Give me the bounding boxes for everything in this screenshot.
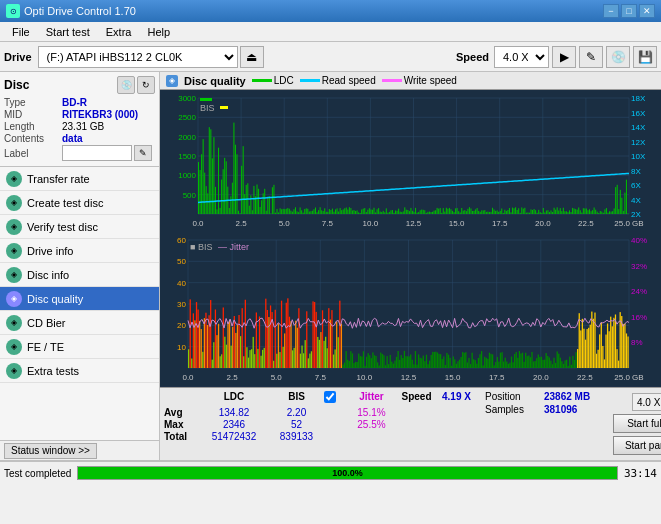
stats-speed-header: Speed xyxy=(399,391,434,405)
extra-tests-label: Extra tests xyxy=(27,365,79,377)
position-row: Position 23862 MB xyxy=(485,391,605,402)
drive-toolbar: Drive (F:) ATAPI iHBS112 2 CL0K ⏏ Speed … xyxy=(0,42,661,72)
disc-section-label: Disc xyxy=(4,78,29,92)
jitter-max-space xyxy=(324,419,344,430)
disc-type-row: Type BD-R xyxy=(4,97,155,108)
disc-panel-header: Disc 💿 ↻ xyxy=(4,76,155,94)
disc-contents-key: Contents xyxy=(4,133,62,144)
menu-help[interactable]: Help xyxy=(139,24,178,40)
disc-info-table: Type BD-R MID RITEKBR3 (000) Length 23.3… xyxy=(4,97,155,161)
disc-info-icon: ◈ xyxy=(6,267,22,283)
title-bar-controls: − □ ✕ xyxy=(603,4,655,18)
stats-jitter-header: Jitter xyxy=(344,391,399,405)
legend-ldc-label: LDC xyxy=(274,75,294,86)
progress-bar: 100.0% xyxy=(77,466,618,480)
menu-extra[interactable]: Extra xyxy=(98,24,140,40)
speed-label: Speed xyxy=(456,51,489,63)
legend-read-speed-color xyxy=(300,79,320,82)
sidebar-item-drive-info[interactable]: ◈ Drive info xyxy=(0,239,159,263)
disc-label-input[interactable] xyxy=(62,145,132,161)
legend-read-speed-label: Read speed xyxy=(322,75,376,86)
sidebar-item-verify-test-disc[interactable]: ◈ Verify test disc xyxy=(0,215,159,239)
test-completed-label: Test completed xyxy=(4,468,71,479)
disc-contents-val: data xyxy=(62,133,83,144)
create-test-disc-icon: ◈ xyxy=(6,195,22,211)
disc-quality-label: Disc quality xyxy=(27,293,83,305)
disc-quality-icon: ◈ xyxy=(6,291,22,307)
stats-total-label: Total xyxy=(164,431,199,442)
menu-file[interactable]: File xyxy=(4,24,38,40)
menu-start-test[interactable]: Start test xyxy=(38,24,98,40)
position-label: Position xyxy=(485,391,540,402)
status-bar: Status window >> xyxy=(0,440,159,460)
sidebar-item-disc-quality[interactable]: ◈ Disc quality xyxy=(0,287,159,311)
stats-ldc-avg: 134.82 xyxy=(199,407,269,418)
cd-bier-label: CD Bier xyxy=(27,317,66,329)
disc-icon-button[interactable]: 💿 xyxy=(606,46,630,68)
maximize-button[interactable]: □ xyxy=(621,4,637,18)
sidebar-item-cd-bier[interactable]: ◈ CD Bier xyxy=(0,311,159,335)
disc-mid-key: MID xyxy=(4,109,62,120)
bottom-bar: Test completed 100.0% 33:14 xyxy=(0,460,661,484)
stats-avg-label: Avg xyxy=(164,407,199,418)
speed-dropdown[interactable]: 4.0 X xyxy=(632,393,661,411)
time-display: 33:14 xyxy=(624,467,657,480)
status-window-button[interactable]: Status window >> xyxy=(4,443,97,459)
stats-max-label: Max xyxy=(164,419,199,430)
drive-select[interactable]: (F:) ATAPI iHBS112 2 CL0K xyxy=(38,46,238,68)
disc-mid-val: RITEKBR3 (000) xyxy=(62,109,138,120)
legend-read-speed: Read speed xyxy=(300,75,376,86)
fe-te-label: FE / TE xyxy=(27,341,64,353)
stats-empty xyxy=(164,391,199,405)
speed-select[interactable]: 4.0 X xyxy=(494,46,549,68)
stats-ldc-header: LDC xyxy=(199,391,269,405)
transfer-rate-icon: ◈ xyxy=(6,171,22,187)
sidebar-item-transfer-rate[interactable]: ◈ Transfer rate xyxy=(0,167,159,191)
stats-max-row: Max 2346 52 25.5% xyxy=(164,419,479,430)
chart-title-icon: ◈ xyxy=(166,75,178,87)
disc-contents-row: Contents data xyxy=(4,133,155,144)
start-part-button[interactable]: Start part xyxy=(613,436,661,455)
sidebar-item-extra-tests[interactable]: ◈ Extra tests xyxy=(0,359,159,383)
chart-header: ◈ Disc quality LDC Read speed Write spee… xyxy=(160,72,661,90)
top-chart xyxy=(160,90,661,232)
menu-bar: File Start test Extra Help xyxy=(0,22,661,42)
sidebar-item-disc-info[interactable]: ◈ Disc info xyxy=(0,263,159,287)
stats-table: LDC BIS Jitter Speed 4.19 X Avg 134.82 2… xyxy=(164,391,479,442)
drive-label: Drive xyxy=(4,51,32,63)
stats-ldc-max: 2346 xyxy=(199,419,269,430)
disc-refresh-icon[interactable]: ↻ xyxy=(137,76,155,94)
drive-eject-button[interactable]: ⏏ xyxy=(240,46,264,68)
stats-bis-avg: 2.20 xyxy=(269,407,324,418)
disc-length-row: Length 23.31 GB xyxy=(4,121,155,132)
close-button[interactable]: ✕ xyxy=(639,4,655,18)
start-full-button[interactable]: Start full xyxy=(613,414,661,433)
sidebar-item-create-test-disc[interactable]: ◈ Create test disc xyxy=(0,191,159,215)
disc-length-val: 23.31 GB xyxy=(62,121,104,132)
stats-jitter-max: 25.5% xyxy=(344,419,399,430)
stats-avg-row: Avg 134.82 2.20 15.1% xyxy=(164,407,479,418)
disc-info-icon[interactable]: 💿 xyxy=(117,76,135,94)
extra-tests-icon: ◈ xyxy=(6,363,22,379)
fe-te-icon: ◈ xyxy=(6,339,22,355)
sidebar-item-fe-te[interactable]: ◈ FE / TE xyxy=(0,335,159,359)
samples-label: Samples xyxy=(485,404,540,415)
disc-label-set-button[interactable]: ✎ xyxy=(134,145,152,161)
disc-label-row: Label ✎ xyxy=(4,145,155,161)
charts-container xyxy=(160,90,661,387)
disc-mid-row: MID RITEKBR3 (000) xyxy=(4,109,155,120)
title-bar-left: ⊙ Opti Drive Control 1.70 xyxy=(6,4,136,18)
drive-info-icon: ◈ xyxy=(6,243,22,259)
legend-write-speed-label: Write speed xyxy=(404,75,457,86)
speed-group: Speed 4.0 X ▶ ✎ 💿 💾 xyxy=(456,46,657,68)
minimize-button[interactable]: − xyxy=(603,4,619,18)
stats-bis-header: BIS xyxy=(269,391,324,405)
write-icon-button[interactable]: ✎ xyxy=(579,46,603,68)
verify-test-disc-icon: ◈ xyxy=(6,219,22,235)
disc-label-key: Label xyxy=(4,148,62,159)
jitter-checkbox[interactable] xyxy=(324,391,336,403)
disc-type-key: Type xyxy=(4,97,62,108)
stats-ldc-total: 51472432 xyxy=(199,431,269,442)
speed-set-button[interactable]: ▶ xyxy=(552,46,576,68)
save-icon-button[interactable]: 💾 xyxy=(633,46,657,68)
